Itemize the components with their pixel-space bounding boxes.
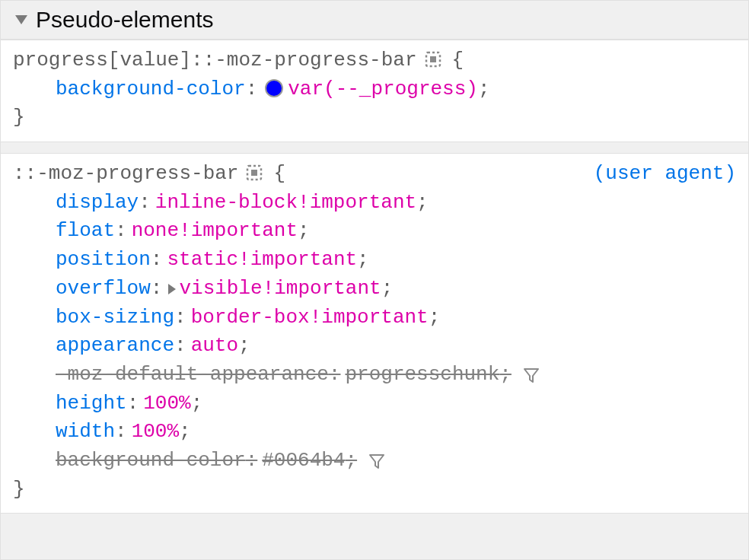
important-flag: !important xyxy=(298,189,416,218)
css-property[interactable]: overflow xyxy=(56,275,151,304)
colon: : xyxy=(151,246,163,275)
css-declaration[interactable]: background-color: #0064b4; xyxy=(13,447,736,476)
important-flag: !important xyxy=(238,246,357,275)
css-property[interactable]: background-color xyxy=(56,75,246,104)
css-declaration[interactable]: display: inline-block !important; xyxy=(13,189,736,218)
css-declaration[interactable]: box-sizing: border-box !important; xyxy=(13,304,736,332)
stylesheet-source-link[interactable]: (user agent) xyxy=(594,160,736,189)
css-declaration[interactable]: appearance: auto; xyxy=(13,332,736,361)
svg-marker-5 xyxy=(168,284,176,294)
colon: : xyxy=(329,361,341,390)
css-value[interactable]: border-box xyxy=(191,304,310,332)
expand-shorthand-icon[interactable] xyxy=(167,282,177,296)
colon: : xyxy=(115,217,127,246)
filter-icon[interactable] xyxy=(368,452,386,470)
semicolon: ; xyxy=(238,332,250,361)
css-declaration[interactable]: float: none !important; xyxy=(13,217,736,246)
close-brace: } xyxy=(13,476,736,504)
css-property[interactable]: appearance xyxy=(56,332,174,361)
pseudo-elements-header[interactable]: Pseudo-elements xyxy=(1,1,748,40)
css-value[interactable]: 100% xyxy=(132,418,179,447)
css-value[interactable]: progresschunk xyxy=(345,361,499,390)
css-value[interactable]: 100% xyxy=(143,390,190,418)
important-flag: !important xyxy=(263,275,381,304)
semicolon: ; xyxy=(499,361,512,390)
css-value[interactable]: inline-block xyxy=(155,189,298,218)
semicolon: ; xyxy=(191,390,203,418)
css-selector[interactable]: ::-moz-progress-bar xyxy=(13,160,238,189)
colon: : xyxy=(246,447,258,476)
styles-panel: Pseudo-elements progress[value]::-moz-pr… xyxy=(0,0,749,560)
colon: : xyxy=(127,390,139,418)
css-property[interactable]: -moz-default-appearance xyxy=(56,361,329,390)
colon: : xyxy=(174,332,186,361)
svg-marker-0 xyxy=(15,15,27,24)
colon: : xyxy=(139,189,151,218)
colon: : xyxy=(115,418,127,447)
collapse-triangle-icon xyxy=(14,14,28,25)
css-property[interactable]: box-sizing xyxy=(56,304,174,332)
highlight-selector-icon[interactable] xyxy=(244,163,264,183)
css-property[interactable]: background-color xyxy=(56,447,246,476)
semicolon: ; xyxy=(298,217,310,246)
css-value[interactable]: #0064b4 xyxy=(262,447,345,476)
important-flag: !important xyxy=(179,217,298,246)
css-selector[interactable]: progress[value]::-moz-progress-bar xyxy=(13,46,417,75)
css-declaration[interactable]: position: static !important; xyxy=(13,246,736,275)
css-rule: progress[value]::-moz-progress-bar { bac… xyxy=(1,40,748,142)
css-declaration[interactable]: overflow: visible !important; xyxy=(13,275,736,304)
css-declaration[interactable]: height: 100%; xyxy=(13,390,736,418)
colon: : xyxy=(151,275,163,304)
css-property[interactable]: display xyxy=(56,189,139,218)
semicolon: ; xyxy=(416,189,429,218)
css-rule: ::-moz-progress-bar { (user agent) displ… xyxy=(1,153,748,514)
important-flag: !important xyxy=(310,304,429,332)
css-property[interactable]: float xyxy=(56,217,115,246)
css-property[interactable]: position xyxy=(56,246,151,275)
open-brace: { xyxy=(273,160,285,189)
css-value[interactable]: none xyxy=(132,217,179,246)
css-value[interactable]: auto xyxy=(191,332,238,361)
semicolon: ; xyxy=(179,418,191,447)
semicolon: ; xyxy=(381,275,394,304)
highlight-selector-icon[interactable] xyxy=(423,49,443,69)
css-value[interactable]: static xyxy=(167,246,238,275)
open-brace: { xyxy=(452,46,464,75)
semicolon: ; xyxy=(429,304,441,332)
svg-rect-2 xyxy=(430,56,436,62)
semicolon: ; xyxy=(345,447,357,476)
close-brace: } xyxy=(13,103,736,132)
css-declaration[interactable]: width: 100%; xyxy=(13,418,736,447)
css-value[interactable]: var(--_progress) xyxy=(288,75,478,104)
colon: : xyxy=(174,304,186,332)
css-declaration[interactable]: background-color: var(--_progress); xyxy=(13,75,736,104)
section-title: Pseudo-elements xyxy=(36,7,213,33)
css-value[interactable]: visible xyxy=(179,275,262,304)
svg-rect-4 xyxy=(251,170,257,176)
css-property[interactable]: height xyxy=(56,390,127,418)
css-declaration[interactable]: -moz-default-appearance: progresschunk; xyxy=(13,361,736,390)
css-property[interactable]: width xyxy=(56,418,115,447)
filter-icon[interactable] xyxy=(522,366,540,384)
semicolon: ; xyxy=(357,246,369,275)
color-swatch-icon[interactable] xyxy=(265,79,283,97)
